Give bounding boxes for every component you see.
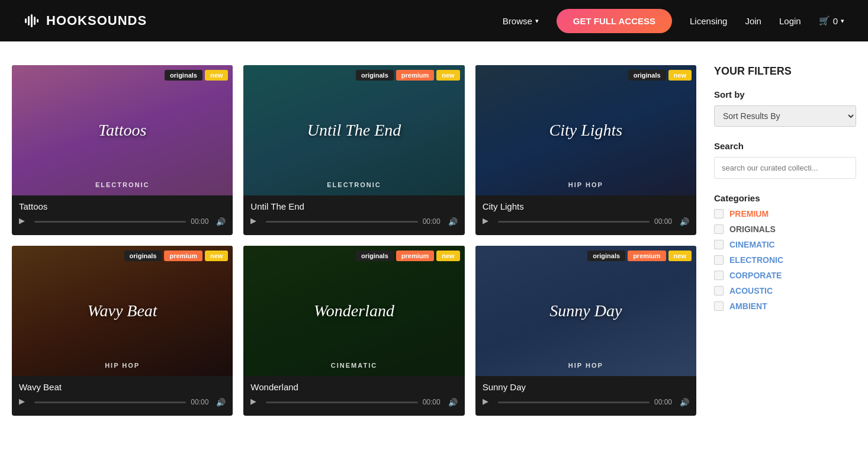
category-checkbox-electronic[interactable] (714, 255, 724, 265)
category-item-ambient[interactable]: AMBIENT (714, 301, 856, 311)
categories-section: Categories PREMIUM ORIGINALS CINEMATIC E… (714, 193, 856, 311)
time-display-until-the-end: 00:00 (423, 217, 443, 226)
card-badges-wavy-beat: originalspremiumnew (124, 251, 229, 261)
svg-rect-4 (37, 19, 38, 23)
category-checkbox-premium[interactable] (714, 209, 724, 219)
category-item-originals[interactable]: ORIGINALS (714, 224, 856, 234)
cart-icon: 🛒 (819, 15, 830, 26)
card-name-tattoos: Tattoos (19, 201, 226, 211)
card-name-wonderland: Wonderland (250, 382, 457, 392)
search-label: Search (714, 141, 856, 151)
logo[interactable]: HOOKSOUNDS (24, 12, 147, 29)
card-bottom-sunny-day: Sunny Day ▶ 00:00 🔊 (475, 376, 696, 416)
progress-bar-until-the-end[interactable] (266, 221, 417, 223)
category-checkbox-ambient[interactable] (714, 301, 724, 311)
logo-icon (24, 12, 40, 29)
category-item-acoustic[interactable]: ACOUSTIC (714, 286, 856, 296)
volume-icon-city-lights[interactable]: 🔊 (680, 217, 689, 226)
music-card-until-the-end: originalspremiumnew Until The End ELECTR… (243, 65, 464, 235)
category-item-electronic[interactable]: ELECTRONIC (714, 255, 856, 265)
card-badges-wonderland: originalspremiumnew (356, 251, 460, 261)
audio-bar-until-the-end: ▶ 00:00 🔊 (250, 216, 457, 227)
volume-icon-until-the-end[interactable]: 🔊 (448, 217, 458, 226)
main-nav: Browse ▾ GET FULL ACCESS Licensing Join … (503, 9, 844, 33)
badge-premium: premium (396, 70, 434, 81)
volume-icon-sunny-day[interactable]: 🔊 (680, 398, 689, 407)
categories-label: Categories (714, 193, 856, 203)
get-full-access-button[interactable]: GET FULL ACCESS (557, 9, 672, 33)
card-bottom-until-the-end: Until The End ▶ 00:00 🔊 (243, 195, 464, 235)
badge-premium: premium (396, 251, 434, 261)
card-title-overlay-until-the-end: Until The End (243, 121, 464, 140)
card-genre-sunny-day: HIP HOP (475, 362, 696, 369)
badge-new: new (436, 70, 459, 81)
play-button-city-lights[interactable]: ▶ (483, 216, 493, 227)
svg-rect-3 (34, 17, 36, 25)
badge-new: new (668, 70, 692, 81)
browse-menu[interactable]: Browse ▾ (503, 16, 539, 26)
play-button-tattoos[interactable]: ▶ (19, 216, 30, 227)
main-content: originalsnew Tattoos ELECTRONIC Tattoos … (0, 41, 868, 439)
volume-icon-wavy-beat[interactable]: 🔊 (216, 398, 226, 407)
card-badges-sunny-day: originalspremiumnew (587, 251, 692, 261)
progress-bar-city-lights[interactable] (498, 221, 650, 223)
category-label-originals: ORIGINALS (729, 224, 776, 234)
card-bottom-tattoos: Tattoos ▶ 00:00 🔊 (12, 195, 233, 235)
progress-bar-sunny-day[interactable] (498, 402, 650, 403)
progress-bar-tattoos[interactable] (34, 221, 186, 223)
join-link[interactable]: Join (745, 16, 761, 26)
card-image-city-lights: originalsnew City Lights HIP HOP (475, 65, 696, 195)
browse-caret: ▾ (535, 17, 539, 25)
music-card-wonderland: originalspremiumnew Wonderland CINEMATIC… (243, 246, 464, 416)
play-button-sunny-day[interactable]: ▶ (483, 397, 493, 407)
music-grid: originalsnew Tattoos ELECTRONIC Tattoos … (12, 65, 696, 416)
time-display-tattoos: 00:00 (191, 217, 211, 226)
category-item-corporate[interactable]: CORPORATE (714, 271, 856, 280)
music-card-wavy-beat: originalspremiumnew Wavy Beat HIP HOP Wa… (12, 246, 233, 416)
play-button-until-the-end[interactable]: ▶ (250, 216, 261, 227)
sort-select[interactable]: Sort Results ByNewest FirstOldest FirstM… (714, 105, 856, 127)
category-checkbox-cinematic[interactable] (714, 240, 724, 249)
cart-caret: ▾ (841, 17, 844, 25)
badge-new: new (668, 251, 692, 261)
category-item-premium[interactable]: PREMIUM (714, 209, 856, 219)
category-label-acoustic: ACOUSTIC (729, 286, 773, 296)
volume-icon-wonderland[interactable]: 🔊 (448, 398, 458, 407)
music-grid-area: originalsnew Tattoos ELECTRONIC Tattoos … (12, 65, 696, 416)
category-checkbox-corporate[interactable] (714, 271, 724, 280)
category-label-corporate: CORPORATE (729, 271, 782, 280)
card-image-wonderland: originalspremiumnew Wonderland CINEMATIC (243, 246, 464, 376)
badge-originals: originals (124, 251, 162, 261)
music-card-city-lights: originalsnew City Lights HIP HOP City Li… (475, 65, 696, 235)
licensing-link[interactable]: Licensing (690, 16, 727, 26)
badge-new: new (436, 251, 459, 261)
audio-bar-wonderland: ▶ 00:00 🔊 (250, 397, 457, 407)
sort-section: Sort by Sort Results ByNewest FirstOldes… (714, 89, 856, 127)
card-bottom-wonderland: Wonderland ▶ 00:00 🔊 (243, 376, 464, 416)
card-bottom-city-lights: City Lights ▶ 00:00 🔊 (475, 195, 696, 235)
audio-bar-city-lights: ▶ 00:00 🔊 (483, 216, 689, 227)
progress-bar-wonderland[interactable] (266, 402, 417, 403)
badge-premium: premium (164, 251, 202, 261)
volume-icon-tattoos[interactable]: 🔊 (216, 217, 226, 226)
card-title-overlay-wavy-beat: Wavy Beat (12, 301, 233, 320)
audio-bar-tattoos: ▶ 00:00 🔊 (19, 216, 226, 227)
badge-originals: originals (587, 251, 625, 261)
play-button-wavy-beat[interactable]: ▶ (19, 397, 30, 407)
card-badges-city-lights: originalsnew (628, 70, 692, 81)
card-genre-tattoos: ELECTRONIC (12, 181, 233, 188)
logo-text: HOOKSOUNDS (46, 13, 147, 28)
card-name-city-lights: City Lights (483, 201, 689, 211)
login-link[interactable]: Login (779, 16, 801, 26)
category-checkbox-originals[interactable] (714, 224, 724, 234)
svg-rect-0 (25, 18, 27, 23)
card-bottom-wavy-beat: Wavy Beat ▶ 00:00 🔊 (12, 376, 233, 416)
audio-bar-wavy-beat: ▶ 00:00 🔊 (19, 397, 226, 407)
cart-area[interactable]: 🛒 0 ▾ (819, 15, 844, 26)
category-checkbox-acoustic[interactable] (714, 286, 724, 296)
progress-bar-wavy-beat[interactable] (34, 402, 186, 403)
category-item-cinematic[interactable]: CINEMATIC (714, 240, 856, 249)
search-input[interactable] (714, 157, 856, 179)
play-button-wonderland[interactable]: ▶ (250, 397, 261, 407)
badge-originals: originals (356, 70, 394, 81)
